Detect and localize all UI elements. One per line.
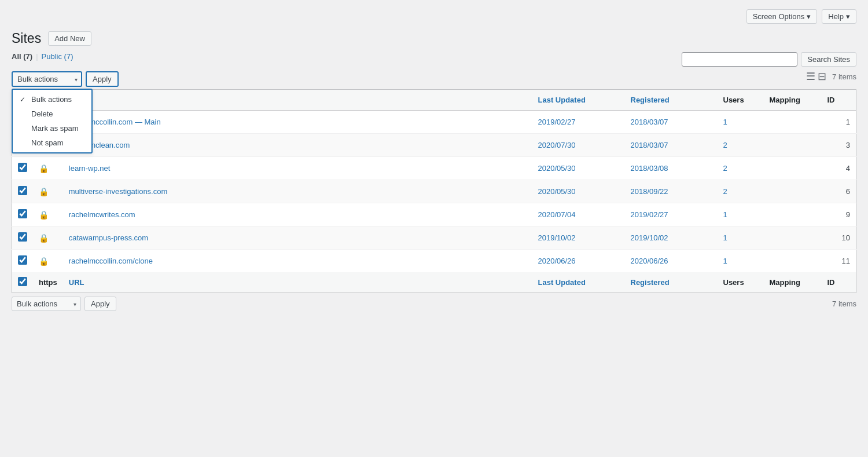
view-icons: ☰ ⊟ — [806, 71, 826, 82]
row-last-updated-cell: 2019/10/02 — [532, 226, 625, 250]
check-icon: ✓ — [20, 96, 28, 104]
row-users-cell: 2 — [718, 180, 764, 203]
row-check-cell — [12, 203, 34, 226]
row-id-cell: 9 — [822, 203, 856, 226]
users-link[interactable]: 2 — [723, 164, 727, 173]
id-value: 9 — [846, 210, 850, 219]
users-link[interactable]: 2 — [723, 187, 727, 196]
dropdown-item-mark-spam[interactable]: Mark as spam — [13, 121, 91, 136]
dropdown-item-delete[interactable]: Delete — [13, 107, 91, 121]
table-row: 🔒 rachelmccollin.com — Main 2019/02/27 2… — [12, 111, 856, 134]
filter-all-link[interactable]: All (7) — [12, 52, 32, 61]
site-url-link[interactable]: catawampus-press.com — [69, 233, 148, 242]
row-registered-cell: 2018/09/22 — [625, 180, 718, 203]
row-https-cell: 🔒 — [33, 203, 63, 226]
add-new-button[interactable]: Add New — [48, 31, 91, 46]
row-last-updated-cell: 2020/06/26 — [532, 250, 625, 273]
last-updated-value: 2020/05/30 — [538, 164, 576, 173]
row-registered-cell: 2019/10/02 — [625, 226, 718, 250]
registered-value: 2019/10/02 — [631, 233, 668, 242]
users-link[interactable]: 1 — [723, 233, 727, 242]
footer-mapping: Mapping — [764, 272, 822, 293]
screen-options-button[interactable]: Screen Options ▾ — [746, 9, 818, 24]
row-url-cell: multiverse-investigations.com — [63, 180, 532, 203]
row-url-cell: catawampus-press.com — [63, 226, 532, 250]
tablenav-bottom-left: Bulk actions Delete Mark as spam Not spa… — [12, 297, 116, 311]
row-checkbox[interactable] — [18, 209, 27, 218]
help-button[interactable]: Help ▾ — [822, 9, 856, 24]
select-all-checkbox-bottom[interactable] — [18, 277, 27, 286]
lock-icon: 🔒 — [39, 257, 49, 266]
site-url-link[interactable]: rachelmcwrites.com — [69, 210, 135, 219]
row-checkbox[interactable] — [18, 255, 27, 265]
row-mapping-cell — [764, 203, 822, 226]
filter-links: All (7) | Public (7) — [12, 52, 73, 61]
dropdown-item-not-spam[interactable]: Not spam — [13, 136, 91, 150]
registered-value: 2018/03/08 — [631, 164, 668, 173]
row-checkbox[interactable] — [18, 232, 27, 242]
row-url-cell: rachelmccollin.com/clone — [63, 250, 532, 273]
row-checkbox[interactable] — [18, 163, 27, 172]
row-mapping-cell — [764, 250, 822, 273]
registered-value: 2019/02/27 — [631, 210, 668, 219]
row-id-cell: 4 — [822, 157, 856, 180]
site-url-link[interactable]: rachelmccollin.com/clone — [69, 257, 153, 265]
footer-last-updated: Last Updated — [532, 272, 625, 293]
header-registered: Registered — [625, 90, 718, 111]
id-value: 1 — [846, 118, 850, 126]
last-updated-value: 2020/07/04 — [538, 210, 576, 219]
last-updated-value: 2019/10/02 — [538, 233, 576, 242]
site-url-link[interactable]: multiverse-investigations.com — [69, 187, 168, 196]
bulk-actions-select[interactable]: Bulk actions Delete Mark as spam Not spa… — [12, 71, 82, 87]
users-link[interactable]: 1 — [723, 210, 727, 219]
apply-button-bottom[interactable]: Apply — [84, 297, 116, 311]
table-body: 🔒 rachelmccollin.com — Main 2019/02/27 2… — [12, 111, 856, 273]
dropdown-item-bulk-actions[interactable]: ✓ Bulk actions — [13, 92, 91, 107]
row-last-updated-cell: 2020/05/30 — [532, 180, 625, 203]
row-id-cell: 11 — [822, 250, 856, 273]
row-registered-cell: 2018/03/07 — [625, 134, 718, 157]
lock-icon: 🔒 — [39, 233, 49, 243]
site-url-link[interactable]: learn-wp.net — [69, 164, 111, 173]
users-link[interactable]: 2 — [723, 141, 727, 149]
search-sites-button[interactable]: Search Sites — [801, 52, 856, 67]
row-checkbox[interactable] — [18, 186, 27, 195]
registered-value: 2020/06/26 — [631, 257, 668, 265]
row-id-cell: 10 — [822, 226, 856, 250]
row-id-cell: 6 — [822, 180, 856, 203]
registered-value: 2018/03/07 — [631, 141, 668, 149]
row-registered-cell: 2018/03/07 — [625, 111, 718, 134]
header-last-updated: Last Updated — [532, 90, 625, 111]
users-link[interactable]: 1 — [723, 118, 727, 126]
filter-public-link[interactable]: Public (7) — [42, 52, 73, 61]
screen-options-label: Screen Options — [753, 12, 805, 21]
row-registered-cell: 2020/06/26 — [625, 250, 718, 273]
last-updated-value: 2020/06/26 — [538, 257, 576, 265]
grid-view-icon[interactable]: ⊟ — [818, 71, 826, 82]
row-mapping-cell — [764, 226, 822, 250]
tablenav-right-controls: ☰ ⊟ 7 items — [806, 71, 856, 82]
table-row: 🔒 rachelmcwrites.com 2020/07/04 2019/02/… — [12, 203, 856, 226]
list-view-icon[interactable]: ☰ — [806, 71, 815, 82]
id-value: 3 — [846, 141, 850, 149]
filter-separator: | — [36, 52, 38, 61]
row-mapping-cell — [764, 180, 822, 203]
lock-icon: 🔒 — [39, 210, 49, 220]
footer-id: ID — [822, 272, 856, 293]
search-input[interactable] — [682, 52, 797, 67]
registered-value: 2018/09/22 — [631, 187, 668, 196]
header-users: Users — [718, 90, 764, 111]
row-users-cell: 1 — [718, 111, 764, 134]
row-users-cell: 2 — [718, 134, 764, 157]
last-updated-value: 2020/05/30 — [538, 187, 576, 196]
row-id-cell: 3 — [822, 134, 856, 157]
apply-button[interactable]: Apply — [86, 71, 119, 87]
table-row: 🔒 rachelmccollin.com/clone 2020/06/26 20… — [12, 250, 856, 273]
users-link[interactable]: 1 — [723, 257, 727, 265]
bulk-actions-select-bottom[interactable]: Bulk actions Delete Mark as spam Not spa… — [12, 297, 81, 311]
row-users-cell: 1 — [718, 250, 764, 273]
row-users-cell: 2 — [718, 157, 764, 180]
row-check-cell — [12, 180, 34, 203]
id-value: 11 — [842, 257, 850, 265]
row-users-cell: 1 — [718, 203, 764, 226]
